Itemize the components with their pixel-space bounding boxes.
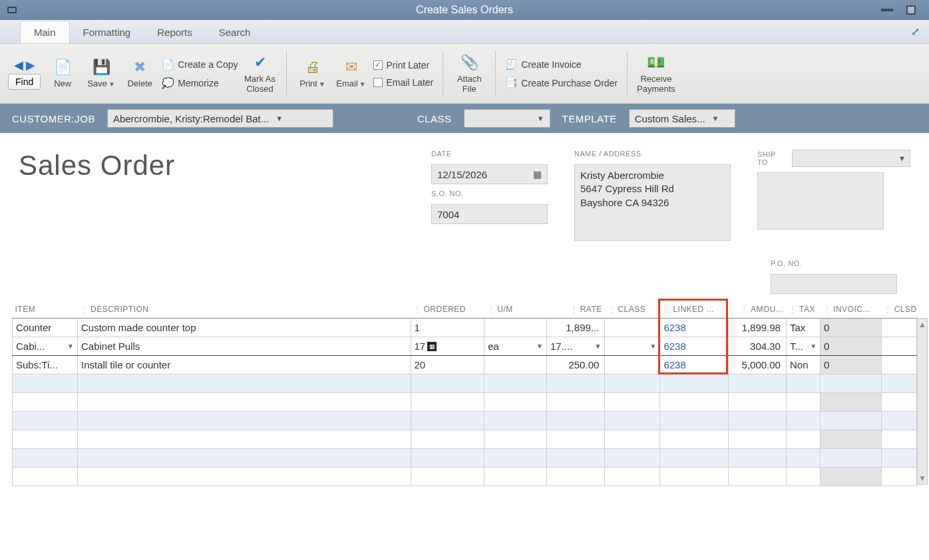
receive-payments-button[interactable]: 💵 Receive Payments <box>637 53 675 94</box>
save-label: Save▼ <box>87 79 115 89</box>
email-icon: ✉ <box>342 58 361 76</box>
print-later-checkbox[interactable]: ✓ Print Later <box>373 58 434 72</box>
table-row[interactable]: ........... <box>13 412 917 430</box>
mark-closed-icon: ✔ <box>251 53 270 72</box>
checkbox-checked-icon: ✓ <box>373 61 383 70</box>
template-dropdown[interactable]: Custom Sales... ▼ <box>629 109 735 128</box>
col-clsd[interactable]: ⋮CLSD <box>881 301 916 319</box>
shipto-label: SHIP TO <box>757 150 787 166</box>
create-invoice-label: Create Invoice <box>521 59 581 70</box>
expand-icon[interactable]: ⤢ <box>911 25 920 38</box>
mark-closed-label: Mark As Closed <box>244 74 276 94</box>
mark-closed-button[interactable]: ✔ Mark As Closed <box>244 53 277 94</box>
shipto-box[interactable] <box>757 172 884 229</box>
so-number-input[interactable]: 7004 <box>431 204 548 224</box>
email-label: Email▼ <box>336 79 365 89</box>
table-row[interactable]: CounterCustom made counter top11,899...6… <box>13 319 917 337</box>
date-value: 12/15/2026 <box>437 169 487 180</box>
line-items-table: ITEM ⋮DESCRIPTION ⋮ORDERED ⋮U/M ⋮RATE ⋮C… <box>12 301 917 486</box>
col-tax[interactable]: ⋮TAX <box>786 301 820 319</box>
system-menu-icon[interactable] <box>3 4 21 16</box>
class-dropdown[interactable]: ▼ <box>464 109 550 128</box>
separator <box>627 51 628 97</box>
scroll-down-icon[interactable]: ▼ <box>918 474 926 483</box>
col-ordered[interactable]: ⋮ORDERED <box>411 301 484 319</box>
scrollbar[interactable]: ▲ ▼ <box>917 318 928 485</box>
col-item[interactable]: ITEM <box>13 301 78 319</box>
customer-job-value: Abercrombie, Kristy:Remodel Bat... <box>113 113 269 124</box>
tab-reports[interactable]: Reports <box>144 21 206 43</box>
email-later-label: Email Later <box>387 77 434 88</box>
separator <box>495 51 496 97</box>
sono-value: 7004 <box>437 209 459 220</box>
col-class[interactable]: ⋮CLASS <box>605 301 660 319</box>
table-row[interactable]: ........... <box>13 430 917 449</box>
invoice-icon: 🧾 <box>505 59 517 70</box>
name-address-box[interactable]: Kristy Abercrombie 5647 Cypress Hill Rd … <box>574 164 731 241</box>
date-label: DATE <box>431 150 548 158</box>
memorize-icon: 💭 <box>162 77 174 89</box>
po-number-input[interactable] <box>771 274 897 294</box>
window-title: Create Sales Orders <box>416 4 513 16</box>
scroll-up-icon[interactable]: ▲ <box>918 320 926 329</box>
tab-main[interactable]: Main <box>20 21 70 43</box>
restore-button[interactable] <box>906 5 916 15</box>
line-items-table-wrap: ITEM ⋮DESCRIPTION ⋮ORDERED ⋮U/M ⋮RATE ⋮C… <box>0 301 929 486</box>
shipto-dropdown[interactable]: ▼ <box>792 150 910 167</box>
date-input[interactable]: 12/15/2026 ▦ <box>431 164 548 184</box>
new-label: New <box>54 79 71 89</box>
table-row[interactable]: Subs:Ti...Install tile or counter20250.0… <box>13 356 917 374</box>
name-address-label: NAME / ADDRESS <box>574 150 731 158</box>
create-po-button[interactable]: 📑 Create Purchase Order <box>505 75 618 91</box>
col-rate[interactable]: ⋮RATE <box>547 301 605 319</box>
page-title: Sales Order <box>19 150 405 182</box>
col-amount[interactable]: ⋮AMOU... <box>728 301 786 319</box>
col-linked[interactable]: ⋮LINKED ... <box>660 301 728 319</box>
create-invoice-button[interactable]: 🧾 Create Invoice <box>505 57 618 72</box>
new-document-icon: 📄 <box>53 58 72 76</box>
email-button[interactable]: ✉ Email▼ <box>335 58 368 89</box>
receive-label: Receive Payments <box>637 74 675 94</box>
print-later-label: Print Later <box>387 60 430 70</box>
next-arrow-icon[interactable]: ▶ <box>26 58 35 72</box>
find-button[interactable]: Find <box>8 74 41 90</box>
minimize-button[interactable] <box>881 9 893 11</box>
print-label: Print▼ <box>299 79 325 89</box>
col-invoiced[interactable]: ⋮INVOIC... <box>821 301 882 319</box>
tab-search[interactable]: Search <box>206 21 264 43</box>
table-row[interactable]: Cabi...▼Cabinet Pulls17▦ea▼17....▼▼62383… <box>13 337 917 356</box>
address-line: Bayshore CA 94326 <box>580 196 725 210</box>
template-label: TEMPLATE <box>562 113 617 124</box>
prev-arrow-icon[interactable]: ◀ <box>14 58 23 72</box>
table-row[interactable]: ........... <box>13 393 917 412</box>
email-later-checkbox[interactable]: Email Later <box>373 75 434 90</box>
col-um[interactable]: ⋮U/M <box>484 301 547 319</box>
separator <box>286 51 287 97</box>
delete-button[interactable]: ✖ Delete <box>123 58 156 89</box>
table-row[interactable]: ........... <box>13 449 917 468</box>
save-icon: 💾 <box>92 58 110 76</box>
tab-strip: Main Formatting Reports Search ⤢ <box>0 20 929 44</box>
attach-label: Attach File <box>457 74 482 94</box>
print-button[interactable]: 🖨 Print▼ <box>296 58 329 89</box>
calendar-icon[interactable]: ▦ <box>533 169 542 180</box>
form-area: Sales Order DATE 12/15/2026 ▦ S.O. NO. 7… <box>0 133 929 301</box>
customer-job-dropdown[interactable]: Abercrombie, Kristy:Remodel Bat... ▼ <box>107 109 333 128</box>
delete-label: Delete <box>127 79 152 89</box>
table-row[interactable]: ........... <box>13 374 917 393</box>
tab-formatting[interactable]: Formatting <box>70 21 144 43</box>
title-bar: Create Sales Orders <box>0 0 929 20</box>
new-button[interactable]: 📄 New <box>46 58 79 89</box>
memorize-button[interactable]: 💭 Memorize <box>162 75 238 91</box>
table-row[interactable]: ........... <box>13 468 917 486</box>
attach-file-button[interactable]: 📎 Attach File <box>453 53 486 94</box>
ribbon-toolbar: ◀ ▶ Find 📄 New 💾 Save▼ ✖ Delete 📄 Create… <box>0 44 929 104</box>
calculator-icon[interactable]: ▦ <box>427 342 437 351</box>
print-icon: 🖨 <box>303 58 322 76</box>
attach-icon: 📎 <box>460 53 478 72</box>
col-description[interactable]: ⋮DESCRIPTION <box>77 301 411 319</box>
save-button[interactable]: 💾 Save▼ <box>85 58 118 89</box>
receive-payments-icon: 💵 <box>647 53 665 72</box>
create-copy-button[interactable]: 📄 Create a Copy <box>162 57 238 72</box>
delete-icon: ✖ <box>130 58 149 76</box>
